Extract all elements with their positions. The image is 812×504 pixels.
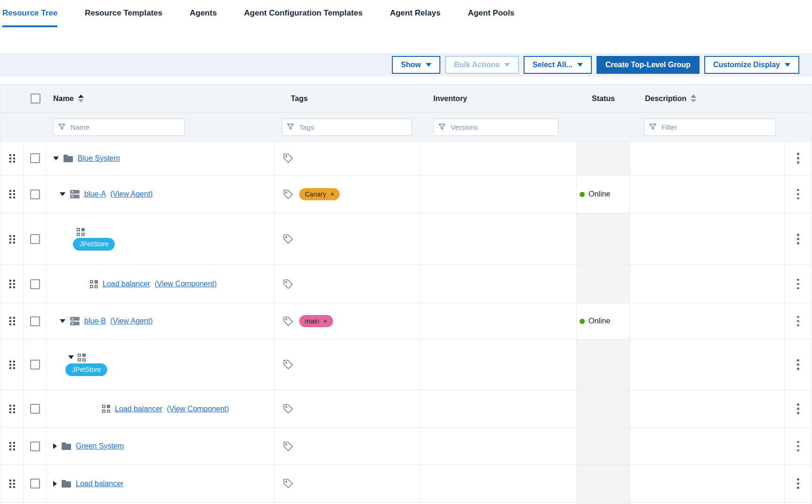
- row-checkbox[interactable]: [30, 234, 40, 244]
- button-label: Select All...: [533, 61, 573, 69]
- description-cell: [630, 303, 785, 339]
- drag-cell: [0, 175, 24, 213]
- name-cell: Blue System: [47, 142, 275, 175]
- tab-resource-templates[interactable]: Resource Templates: [85, 0, 162, 27]
- kebab-menu-icon[interactable]: [795, 476, 801, 491]
- component-pill[interactable]: JPetStore: [65, 363, 107, 376]
- component-pill[interactable]: JPetStore: [73, 238, 115, 251]
- select-all-dropdown-button[interactable]: Select All...: [524, 56, 592, 74]
- column-header-description: Description: [630, 94, 785, 103]
- row-checkbox[interactable]: [30, 441, 40, 451]
- kebab-menu-icon[interactable]: [795, 232, 801, 246]
- view-component-link[interactable]: (View Component): [154, 280, 216, 288]
- component-icon: [77, 228, 85, 236]
- table-row: Blue System: [0, 141, 812, 175]
- kebab-menu-icon[interactable]: [795, 314, 801, 329]
- drag-handle-icon[interactable]: [9, 480, 15, 488]
- row-checkbox[interactable]: [30, 189, 40, 199]
- drag-cell: [0, 339, 24, 390]
- caret-right-icon[interactable]: [53, 443, 57, 449]
- sort-desc-icon: [691, 99, 696, 102]
- row-actions-cell: [785, 339, 812, 390]
- caret-down-icon[interactable]: [60, 192, 65, 196]
- drag-cell: [0, 142, 24, 175]
- resource-name-link[interactable]: blue-B: [84, 317, 106, 325]
- inventory-filter-input[interactable]: [433, 118, 558, 136]
- tab-resource-tree[interactable]: Resource Tree: [2, 0, 57, 27]
- caret-right-icon[interactable]: [53, 481, 57, 487]
- row-checkbox[interactable]: [30, 279, 40, 289]
- name-filter-input[interactable]: [53, 118, 185, 136]
- show-dropdown-button[interactable]: Show: [392, 56, 440, 74]
- view-component-link[interactable]: (View Component): [167, 405, 229, 413]
- tag-icon: [283, 234, 294, 244]
- description-filter-input[interactable]: [644, 118, 776, 136]
- tag-chip[interactable]: main×: [299, 315, 333, 327]
- drag-handle-icon[interactable]: [9, 235, 15, 244]
- tag-icon: [283, 403, 294, 414]
- drag-handle-icon[interactable]: [9, 361, 15, 369]
- tab-agent-configuration-templates[interactable]: Agent Configuration Templates: [244, 0, 363, 27]
- inventory-cell: [421, 428, 577, 465]
- kebab-menu-icon[interactable]: [795, 402, 801, 416]
- chevron-down-icon: [504, 63, 510, 67]
- view-agent-link[interactable]: (View Agent): [110, 317, 152, 325]
- caret-down-icon[interactable]: [68, 355, 74, 359]
- view-agent-link[interactable]: (View Agent): [110, 190, 152, 198]
- row-checkbox[interactable]: [30, 404, 40, 414]
- row-actions-cell: [785, 465, 812, 502]
- agent-icon: [70, 190, 80, 198]
- resource-name-link[interactable]: blue-A: [84, 190, 106, 198]
- resource-name-link[interactable]: Load balancer: [103, 280, 150, 288]
- drag-handle-icon[interactable]: [9, 405, 15, 413]
- resource-name-link[interactable]: Load balancer: [76, 480, 123, 488]
- description-cell: [630, 213, 785, 265]
- kebab-menu-icon[interactable]: [795, 151, 801, 165]
- row-checkbox[interactable]: [30, 479, 40, 488]
- status-cell: [577, 339, 630, 390]
- row-checkbox[interactable]: [30, 153, 40, 163]
- select-all-checkbox[interactable]: [31, 94, 40, 103]
- caret-down-icon[interactable]: [53, 157, 59, 160]
- kebab-menu-icon[interactable]: [795, 357, 801, 372]
- name-cell: Green System: [47, 428, 275, 465]
- tag-chip[interactable]: Canary×: [299, 188, 340, 200]
- resource-name-link[interactable]: Green System: [76, 442, 124, 450]
- tag-icon: [283, 316, 294, 327]
- drag-handle-icon[interactable]: [9, 317, 15, 325]
- sort-description-control[interactable]: [691, 94, 696, 102]
- filter-funnel-icon: [649, 124, 656, 130]
- status-cell: [577, 465, 630, 502]
- tab-label: Resource Tree: [2, 8, 57, 18]
- caret-down-icon[interactable]: [60, 319, 65, 323]
- button-label: Show: [401, 61, 421, 69]
- create-top-level-group-button[interactable]: Create Top-Level Group: [597, 56, 700, 74]
- table-row-partial: [0, 502, 812, 504]
- drag-handle-icon[interactable]: [9, 190, 15, 198]
- customize-display-dropdown-button[interactable]: Customize Display: [704, 56, 799, 74]
- bulk-actions-dropdown-button[interactable]: Bulk Actions: [445, 56, 519, 74]
- row-checkbox[interactable]: [30, 360, 40, 370]
- drag-handle-icon[interactable]: [9, 280, 15, 288]
- kebab-menu-icon[interactable]: [795, 187, 801, 202]
- drag-cell: [0, 213, 24, 265]
- resource-name-link[interactable]: Load balancer: [115, 405, 162, 413]
- tab-agent-pools[interactable]: Agent Pools: [468, 0, 514, 27]
- kebab-menu-icon[interactable]: [795, 277, 801, 291]
- tag-remove-icon[interactable]: ×: [323, 318, 327, 324]
- resource-name-link[interactable]: Blue System: [78, 154, 120, 163]
- tab-agents[interactable]: Agents: [190, 0, 217, 27]
- drag-handle-icon[interactable]: [9, 442, 15, 450]
- tags-filter-input[interactable]: [282, 118, 412, 136]
- checkbox-cell: [24, 428, 47, 465]
- tag-chip-label: main: [305, 317, 319, 325]
- kebab-menu-icon[interactable]: [795, 439, 801, 454]
- row-checkbox[interactable]: [30, 316, 40, 326]
- inventory-cell: [421, 213, 577, 265]
- tag-remove-icon[interactable]: ×: [330, 191, 334, 197]
- table-row: JPetStore: [0, 339, 812, 390]
- sort-name-control[interactable]: [78, 94, 84, 102]
- drag-handle-icon[interactable]: [9, 154, 15, 163]
- tab-agent-relays[interactable]: Agent Relays: [390, 0, 441, 27]
- tags-cell: [275, 142, 421, 175]
